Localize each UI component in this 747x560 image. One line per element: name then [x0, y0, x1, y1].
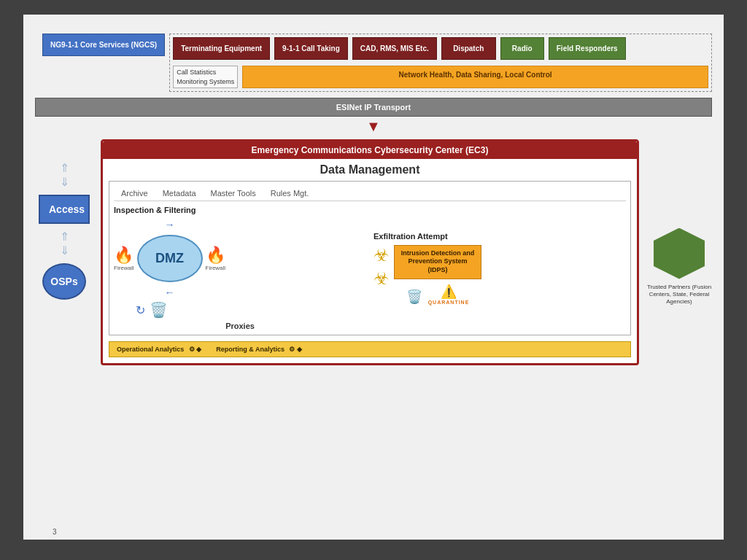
monitoring-systems-label: Monitoring Systems: [177, 77, 234, 87]
page-number: 3: [53, 528, 57, 536]
idps-column: Intrusion Detection and Prevention Syste…: [394, 245, 481, 305]
boxes-row: Terminating Equipment 9-1-1 Call Taking …: [173, 37, 708, 60]
inner-box: Archive Metadata Master Tools Rules Mgt.…: [109, 181, 631, 335]
top-row: NG9-1-1 Core Services (NGCS) Terminating…: [42, 34, 712, 92]
idps-title-label: Intrusion Detection and Prevention Syste…: [401, 249, 475, 273]
esinet-label: ESINet IP Transport: [336, 103, 411, 112]
dmz-cloud: DMZ: [137, 235, 203, 282]
inspection-filtering-title: Inspection & Filtering: [114, 206, 366, 214]
bottom-bar: Operational Analytics ⚙ ◆ Reporting & An…: [109, 341, 631, 357]
biohazard-column: ☣ ☣: [374, 245, 390, 289]
firewall-left-label: Firewall: [114, 265, 134, 271]
firewall-right: 🔥 Firewall: [206, 246, 226, 271]
exfiltration-inner: ☣ ☣ Intrusion Detection and Prevention S…: [374, 245, 626, 305]
right-top-group: Terminating Equipment 9-1-1 Call Taking …: [169, 34, 712, 92]
ngcs-box: NG9-1-1 Core Services (NGCS): [42, 34, 165, 56]
dmz-inner: 🔥 Firewall → DMZ ← 🔥: [114, 219, 366, 298]
dots-icon-right: ⚙ ◆: [289, 346, 302, 353]
ngcs-label: NG9-1-1 Core Services (NGCS): [50, 41, 157, 49]
arrow-right-icon: →: [165, 219, 175, 230]
osp-ellipse: OSPs: [42, 263, 86, 300]
ec3-title-label: Emergency Communications Cybersecurity C…: [252, 145, 489, 155]
main-area: ⇑ ⇓ Access ⇑ ⇓ OSPs Emergency Communicat…: [35, 139, 712, 365]
esinet-bar: ESINet IP Transport: [35, 98, 712, 117]
data-management-label: Data Management: [320, 163, 420, 176]
cad-rms-box: CAD, RMS, MIS Etc.: [352, 37, 437, 60]
data-management-title: Data Management: [109, 163, 631, 176]
rules-mgt-item: Rules Mgt.: [271, 189, 309, 198]
proxies-label: Proxies: [114, 322, 366, 330]
up-arrow2-icon: ⇑: [60, 230, 69, 244]
dmz-section: Inspection & Filtering 🔥 Firewall → DMZ: [114, 206, 626, 330]
call-stats-box: Call Statistics Monitoring Systems: [173, 66, 238, 88]
osp-arrows: ⇑ ⇓: [60, 230, 69, 257]
dispatch-box: Dispatch: [441, 37, 496, 60]
access-box: Access: [39, 195, 90, 224]
field-responders-box: Field Responders: [549, 37, 626, 60]
right-side: Trusted Partners (Fusion Centers, State,…: [646, 168, 712, 365]
flame-right-icon: 🔥: [206, 246, 226, 265]
access-label: Access: [49, 203, 85, 215]
access-arrows: ⇑ ⇓: [60, 161, 69, 189]
dispatch-label: Dispatch: [453, 44, 484, 52]
slide: NG9-1-1 Core Services (NGCS) Terminating…: [23, 15, 724, 540]
right-dmz: Exfiltration Attempt ☣ ☣ Intrusion Detec…: [374, 232, 626, 305]
metadata-item: Metadata: [163, 189, 196, 198]
esinet-down-arrow: ▼: [35, 118, 712, 135]
cad-rms-label: CAD, RMS, MIS Etc.: [360, 44, 429, 52]
proxies-barrel: 🗑️: [150, 301, 168, 319]
terminating-equipment-box: Terminating Equipment: [173, 37, 270, 60]
osp-label: OSPs: [50, 276, 77, 287]
exfiltration-title: Exfiltration Attempt: [374, 232, 626, 241]
radio-box: Radio: [500, 37, 544, 60]
cycle-arrow-icon: ↻: [136, 303, 145, 317]
barrel-icon: 🗑️: [406, 289, 422, 305]
flame-left-icon: 🔥: [114, 246, 134, 265]
call-taking-label: 9-1-1 Call Taking: [282, 44, 340, 52]
network-health-bar: Network Health, Data Sharing, Local Cont…: [242, 66, 708, 88]
left-side: ⇑ ⇓ Access ⇑ ⇓ OSPs: [35, 161, 93, 365]
proxy-row: ↻ 🗑️: [114, 301, 366, 319]
terminating-equipment-label: Terminating Equipment: [181, 44, 262, 52]
down-arrow-icon: ⇓: [60, 175, 69, 189]
reporting-analytics-item: Reporting & Analytics ⚙ ◆: [216, 346, 302, 353]
network-health-label: Network Health, Data Sharing, Local Cont…: [399, 71, 552, 79]
call-stats-label: Call Statistics: [177, 68, 234, 77]
page-number-value: 3: [53, 528, 57, 536]
operational-analytics-label: Operational Analytics: [117, 346, 184, 353]
up-arrow-icon: ⇑: [60, 161, 69, 175]
call-taking-box: 9-1-1 Call Taking: [274, 37, 348, 60]
trusted-partners-hexagon: [654, 228, 705, 279]
firewall-right-label: Firewall: [206, 265, 226, 271]
radio-label: Radio: [512, 44, 533, 52]
biohazard-top-icon: ☣: [374, 245, 390, 265]
second-row: Call Statistics Monitoring Systems Netwo…: [173, 63, 708, 88]
ec3-title: Emergency Communications Cybersecurity C…: [103, 141, 637, 159]
quarantine-row: 🗑️ ⚠️ QUARANTINE: [406, 284, 470, 305]
archive-row: Archive Metadata Master Tools Rules Mgt.: [114, 186, 626, 201]
dmz-center: → DMZ ←: [137, 219, 203, 298]
warning-icon: ⚠️: [428, 284, 470, 300]
dots-icon-left: ⚙ ◆: [189, 346, 202, 353]
master-tools-item: Master Tools: [211, 189, 256, 198]
left-dmz: Inspection & Filtering 🔥 Firewall → DMZ: [114, 206, 366, 330]
field-responders-label: Field Responders: [557, 44, 618, 52]
quarantine-label: QUARANTINE: [428, 300, 470, 305]
idps-box: Intrusion Detection and Prevention Syste…: [394, 245, 481, 279]
reporting-analytics-label: Reporting & Analytics: [216, 346, 285, 353]
firewall-left: 🔥 Firewall: [114, 246, 134, 271]
arrow-left-icon: ←: [165, 287, 175, 298]
quarantine-barrel: 🗑️: [406, 289, 422, 305]
biohazard-bottom-icon: ☣: [374, 268, 390, 289]
archive-item: Archive: [121, 189, 148, 198]
operational-analytics-item: Operational Analytics ⚙ ◆: [117, 346, 201, 353]
down-arrow2-icon: ⇓: [60, 244, 69, 257]
quarantine-sign: ⚠️ QUARANTINE: [428, 284, 470, 305]
trusted-partners-label: Trusted Partners (Fusion Centers, State,…: [646, 284, 712, 306]
ec3-container: Emergency Communications Cybersecurity C…: [101, 139, 639, 365]
dmz-label: DMZ: [155, 251, 184, 266]
